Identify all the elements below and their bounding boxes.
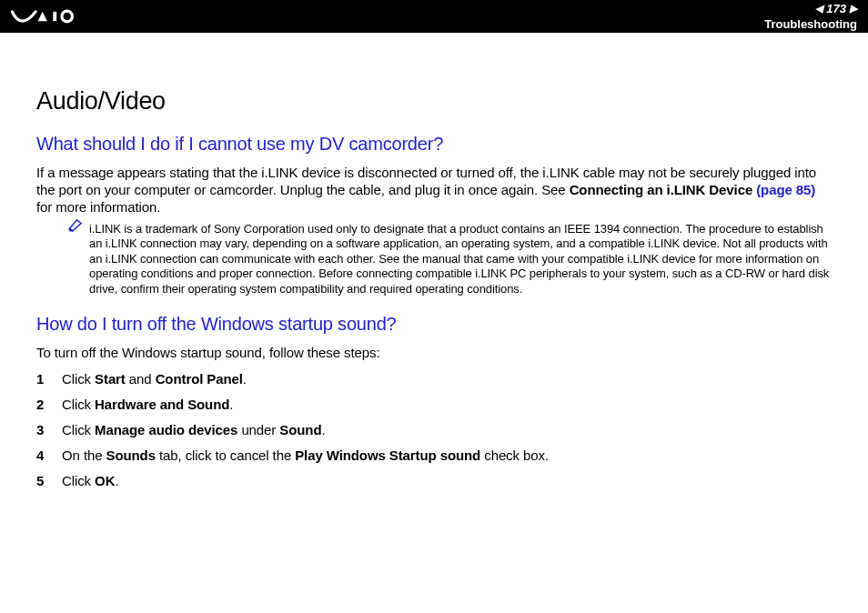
prev-page-arrow[interactable]: ◀ <box>815 3 823 15</box>
steps-list: 1 Click Start and Control Panel. 2 Click… <box>36 368 832 492</box>
header-section-label: Troubleshooting <box>764 17 857 31</box>
step-text: Click Hardware and Sound. <box>62 394 233 416</box>
note-icon <box>67 216 84 297</box>
header-bar: ◀ 173 ▶ Troubleshooting <box>0 0 868 33</box>
section-title: Audio/Video <box>36 87 832 116</box>
question-1-paragraph: If a message appears stating that the i.… <box>36 164 832 216</box>
step-text: Click Manage audio devices under Sound. <box>62 419 326 441</box>
note-text: i.LINK is a trademark of Sony Corporatio… <box>89 222 832 297</box>
q1-bold-ref: Connecting an i.LINK Device <box>570 182 757 197</box>
step-number: 1 <box>36 368 62 390</box>
vaio-logo <box>11 8 105 25</box>
question-2-intro: To turn off the Windows startup sound, f… <box>36 344 832 361</box>
step-number: 2 <box>36 394 62 416</box>
step-number: 3 <box>36 419 62 441</box>
step-item: 3 Click Manage audio devices under Sound… <box>36 419 832 441</box>
step-number: 5 <box>36 470 62 492</box>
q1-text-b: for more information. <box>36 199 160 215</box>
step-text: On the Sounds tab, click to cancel the P… <box>62 445 549 467</box>
step-text: Click OK. <box>62 470 118 492</box>
page-navigation: ◀ 173 ▶ <box>815 2 857 15</box>
svg-rect-0 <box>53 12 56 21</box>
step-item: 4 On the Sounds tab, click to cancel the… <box>36 445 832 467</box>
step-item: 1 Click Start and Control Panel. <box>36 368 832 390</box>
question-1-title: What should I do if I cannot use my DV c… <box>36 134 832 155</box>
step-text: Click Start and Control Panel. <box>62 368 247 390</box>
svg-point-1 <box>62 11 73 22</box>
page-number: 173 <box>826 2 846 15</box>
step-item: 5 Click OK. <box>36 470 832 492</box>
question-2-title: How do I turn off the Windows startup so… <box>36 314 832 335</box>
note-block: i.LINK is a trademark of Sony Corporatio… <box>67 222 832 297</box>
step-item: 2 Click Hardware and Sound. <box>36 394 832 416</box>
page-content: Audio/Video What should I do if I cannot… <box>0 33 868 505</box>
step-number: 4 <box>36 445 62 467</box>
q1-page-ref-link[interactable]: (page 85) <box>756 182 815 197</box>
next-page-arrow[interactable]: ▶ <box>850 3 857 15</box>
